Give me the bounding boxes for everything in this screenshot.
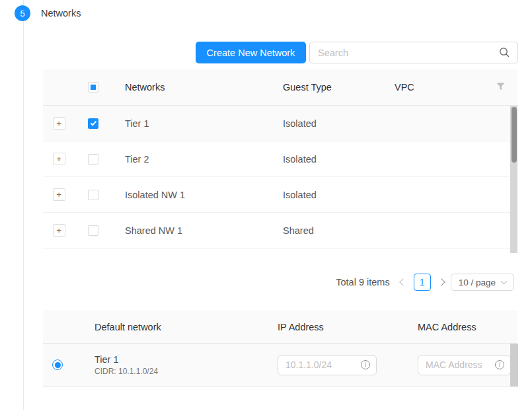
search-box[interactable] bbox=[309, 42, 518, 63]
next-page-icon[interactable] bbox=[437, 278, 445, 285]
plus-icon: + bbox=[56, 155, 61, 163]
expand-row-button[interactable]: + bbox=[53, 188, 65, 201]
guest-type: Isolated bbox=[272, 154, 384, 165]
pagination: Total 9 items 1 10 / page bbox=[336, 274, 514, 291]
chevron-down-icon bbox=[501, 278, 508, 285]
create-new-network-button[interactable]: Create New Network bbox=[196, 42, 306, 63]
column-header-ip-address: IP Address bbox=[267, 322, 407, 332]
table-row: + Shared NW 1 Shared bbox=[43, 213, 517, 248]
guest-type: Isolated bbox=[272, 118, 384, 129]
table-row: + Tier 1 Isolated bbox=[43, 106, 517, 141]
default-network-table: Default network IP Address MAC Address T… bbox=[43, 311, 517, 387]
page-size-select[interactable]: 10 / page bbox=[451, 274, 514, 291]
plus-icon: + bbox=[56, 226, 61, 235]
step-connector-line bbox=[23, 0, 24, 410]
network-name: Isolated NW 1 bbox=[112, 190, 272, 200]
network-name: Shared NW 1 bbox=[112, 225, 272, 236]
radio-dot bbox=[55, 362, 61, 368]
networks-table: Networks Guest Type VPC + Tier 1 Isolate… bbox=[43, 69, 517, 248]
step-title: Networks bbox=[41, 8, 81, 19]
step-number-badge: 5 bbox=[15, 5, 30, 21]
column-header-guest-type: Guest Type bbox=[272, 82, 384, 93]
info-icon: i bbox=[495, 360, 504, 369]
table-scrollbar[interactable] bbox=[510, 344, 518, 387]
network-name: Tier 1 bbox=[112, 118, 272, 129]
page-number-button[interactable]: 1 bbox=[414, 274, 431, 291]
networks-step-page: 5 Networks Create New Network Networks G… bbox=[0, 0, 532, 415]
step-number: 5 bbox=[20, 9, 24, 19]
row-checkbox[interactable] bbox=[88, 190, 98, 200]
table-row: + Tier 2 Isolated bbox=[43, 141, 517, 177]
search-input[interactable] bbox=[310, 48, 499, 58]
info-icon: i bbox=[361, 360, 370, 369]
indeterminate-mark bbox=[91, 85, 96, 90]
scrollbar-thumb[interactable] bbox=[512, 107, 517, 163]
column-header-mac-address: MAC Address bbox=[407, 322, 517, 332]
plus-icon: + bbox=[56, 119, 61, 128]
search-icon[interactable] bbox=[499, 47, 510, 58]
networks-table-header: Networks Guest Type VPC bbox=[43, 69, 517, 106]
default-network-cidr: CIDR: 10.1.1.0/24 bbox=[95, 367, 267, 376]
ip-address-input[interactable] bbox=[278, 359, 361, 370]
select-all-checkbox[interactable] bbox=[88, 82, 98, 93]
expand-row-button[interactable]: + bbox=[53, 153, 65, 165]
mac-address-input[interactable] bbox=[418, 359, 495, 370]
column-header-default-network: Default network bbox=[72, 322, 267, 332]
table-scrollbar[interactable] bbox=[510, 106, 517, 253]
default-network-radio[interactable] bbox=[52, 359, 63, 370]
table-row: + Isolated NW 1 Isolated bbox=[43, 177, 517, 213]
row-checkbox[interactable] bbox=[88, 154, 98, 165]
filter-cell bbox=[476, 82, 517, 93]
select-all-cell bbox=[75, 82, 112, 93]
filter-icon[interactable] bbox=[496, 82, 505, 93]
guest-type: Shared bbox=[272, 225, 384, 236]
column-header-networks: Networks bbox=[112, 82, 272, 93]
column-header-vpc: VPC bbox=[384, 82, 476, 93]
page-size-label: 10 / page bbox=[459, 278, 496, 287]
ip-address-field[interactable]: i bbox=[278, 355, 377, 375]
row-checkbox[interactable] bbox=[88, 225, 98, 236]
default-network-row: Tier 1 CIDR: 10.1.1.0/24 i i bbox=[43, 344, 517, 387]
expand-row-button[interactable]: + bbox=[53, 117, 65, 130]
prev-page-icon[interactable] bbox=[399, 278, 406, 285]
default-network-name: Tier 1 bbox=[95, 354, 267, 365]
row-checkbox[interactable] bbox=[88, 118, 98, 129]
mac-address-field[interactable]: i bbox=[418, 355, 511, 375]
network-name: Tier 2 bbox=[112, 154, 272, 165]
plus-icon: + bbox=[56, 190, 61, 199]
default-network-table-header: Default network IP Address MAC Address bbox=[43, 311, 517, 344]
pagination-total: Total 9 items bbox=[336, 277, 389, 287]
guest-type: Isolated bbox=[272, 190, 384, 200]
expand-row-button[interactable]: + bbox=[53, 224, 65, 237]
